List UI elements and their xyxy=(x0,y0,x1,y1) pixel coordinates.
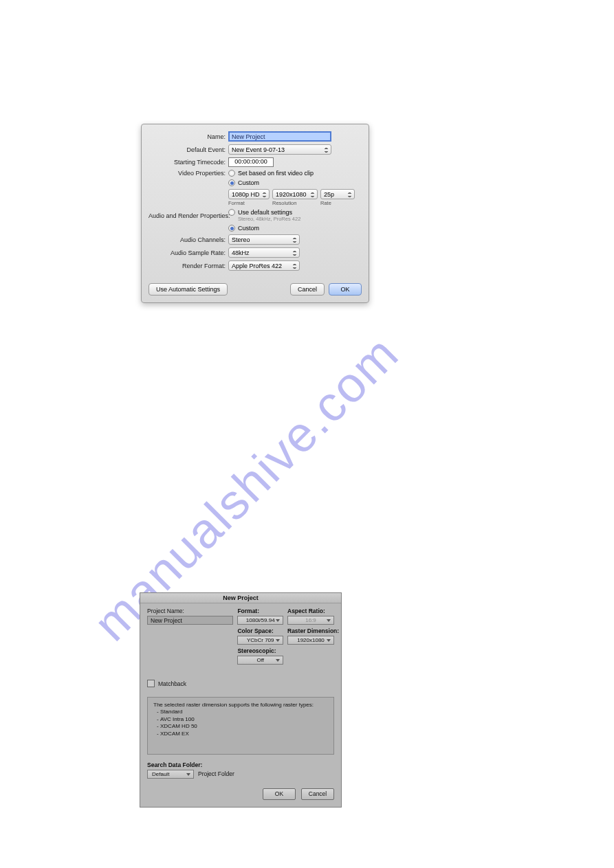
color-space-label: Color Space: xyxy=(237,627,283,634)
format-caption: Format xyxy=(228,200,270,206)
audio-channels-label: Audio Channels: xyxy=(149,236,228,243)
use-automatic-settings-button[interactable]: Use Automatic Settings xyxy=(149,283,228,296)
color-space-value: YCbCr 709 xyxy=(247,637,274,643)
raster-info-box: The selected raster dimension supports t… xyxy=(147,697,334,755)
name-label: Name: xyxy=(149,133,228,140)
video-properties-label: Video Properties: xyxy=(149,170,228,177)
radio-first-clip[interactable] xyxy=(228,170,235,177)
radio-first-clip-label: Set based on first video clip xyxy=(238,170,314,177)
stereoscopic-value: Off xyxy=(256,657,264,663)
video-format-value: 1080p HD xyxy=(232,191,260,198)
radio-use-default-audio-label: Use default settings xyxy=(238,209,292,216)
video-format-popup[interactable]: 1080p HD xyxy=(228,189,270,199)
format-label: Format: xyxy=(237,608,283,614)
audio-defaults-subtext: Stereo, 48kHz, ProRes 422 xyxy=(238,216,300,222)
radio-custom-audio-label: Custom xyxy=(238,225,259,232)
raster-dimension-dropdown[interactable]: 1920x1080 xyxy=(287,636,334,645)
color-space-dropdown[interactable]: YCbCr 709 xyxy=(237,636,283,645)
raster-type-item: XDCAM EX xyxy=(160,731,328,737)
format-dropdown[interactable]: 1080i/59.94 xyxy=(237,616,283,625)
cancel-button[interactable]: Cancel xyxy=(290,283,325,296)
search-data-folder-value: Default xyxy=(152,771,169,777)
new-project-dialog-avid: New Project Project Name: New Project Fo… xyxy=(140,592,342,808)
ok-button[interactable]: OK xyxy=(263,788,296,800)
cancel-button[interactable]: Cancel xyxy=(301,788,334,800)
raster-type-item: AVC Intra 100 xyxy=(160,716,328,723)
render-format-label: Render Format: xyxy=(149,263,228,269)
dialog-title: New Project xyxy=(140,593,341,603)
search-data-folder-dropdown[interactable]: Default xyxy=(147,770,194,779)
video-rate-value: 25p xyxy=(324,191,334,198)
render-format-value: Apple ProRes 422 xyxy=(232,263,282,269)
format-value: 1080i/59.94 xyxy=(246,617,275,623)
radio-custom-video-label: Custom xyxy=(238,179,259,186)
name-field[interactable]: New Project xyxy=(228,131,331,142)
sample-rate-value: 48kHz xyxy=(232,249,250,256)
default-event-value: New Event 9-07-13 xyxy=(232,146,285,153)
new-project-dialog-fcpx: Name: New Project Default Event: New Eve… xyxy=(141,124,369,303)
search-data-folder-label: Search Data Folder: xyxy=(147,761,334,768)
matchback-label: Matchback xyxy=(158,680,186,687)
audio-render-properties-label: Audio and Render Properties: xyxy=(149,212,228,219)
radio-custom-audio[interactable] xyxy=(228,225,235,232)
project-name-value: New Project xyxy=(151,617,182,624)
raster-type-item: Standard xyxy=(160,709,328,715)
sample-rate-popup[interactable]: 48kHz xyxy=(228,247,300,258)
radio-custom-video[interactable] xyxy=(228,179,235,186)
video-rate-popup[interactable]: 25p xyxy=(320,189,355,199)
stereoscopic-label: Stereoscopic: xyxy=(237,647,283,654)
radio-use-default-audio[interactable] xyxy=(228,209,235,216)
starting-timecode-label: Starting Timecode: xyxy=(149,159,228,166)
starting-timecode-field[interactable]: 00:00:00:00 xyxy=(228,157,274,167)
default-event-label: Default Event: xyxy=(149,146,228,153)
rate-caption: Rate xyxy=(320,200,355,206)
project-name-field[interactable]: New Project xyxy=(147,616,233,625)
render-format-popup[interactable]: Apple ProRes 422 xyxy=(228,260,300,271)
resolution-caption: Resolution xyxy=(272,200,318,206)
matchback-checkbox[interactable] xyxy=(147,680,155,687)
default-event-popup[interactable]: New Event 9-07-13 xyxy=(228,144,331,155)
raster-type-item: XDCAM HD 50 xyxy=(160,723,328,730)
audio-channels-popup[interactable]: Stereo xyxy=(228,234,300,245)
aspect-ratio-value: 16:9 xyxy=(305,617,316,623)
video-resolution-popup[interactable]: 1920x1080 xyxy=(272,189,318,199)
project-folder-label: Project Folder xyxy=(198,770,234,777)
sample-rate-label: Audio Sample Rate: xyxy=(149,249,228,256)
raster-dimension-value: 1920x1080 xyxy=(297,637,325,643)
ok-button[interactable]: OK xyxy=(329,283,362,296)
video-resolution-value: 1920x1080 xyxy=(276,191,307,198)
raster-dimension-label: Raster Dimension: xyxy=(287,627,334,634)
project-name-label: Project Name: xyxy=(147,608,233,614)
aspect-ratio-label: Aspect Ratio: xyxy=(287,608,334,614)
raster-info-text: The selected raster dimension supports t… xyxy=(153,702,328,709)
aspect-ratio-dropdown[interactable]: 16:9 xyxy=(287,616,334,625)
stereoscopic-dropdown[interactable]: Off xyxy=(237,656,283,665)
audio-channels-value: Stereo xyxy=(232,236,250,243)
